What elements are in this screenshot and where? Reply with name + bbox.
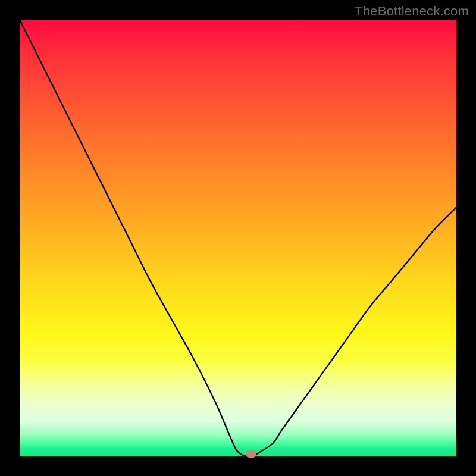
- watermark-text: TheBottleneck.com: [355, 4, 469, 19]
- chart-frame: TheBottleneck.com: [0, 0, 476, 476]
- chart-plot-area: [20, 20, 456, 456]
- bottleneck-curve: [20, 20, 456, 456]
- optimal-point-marker: [246, 450, 256, 458]
